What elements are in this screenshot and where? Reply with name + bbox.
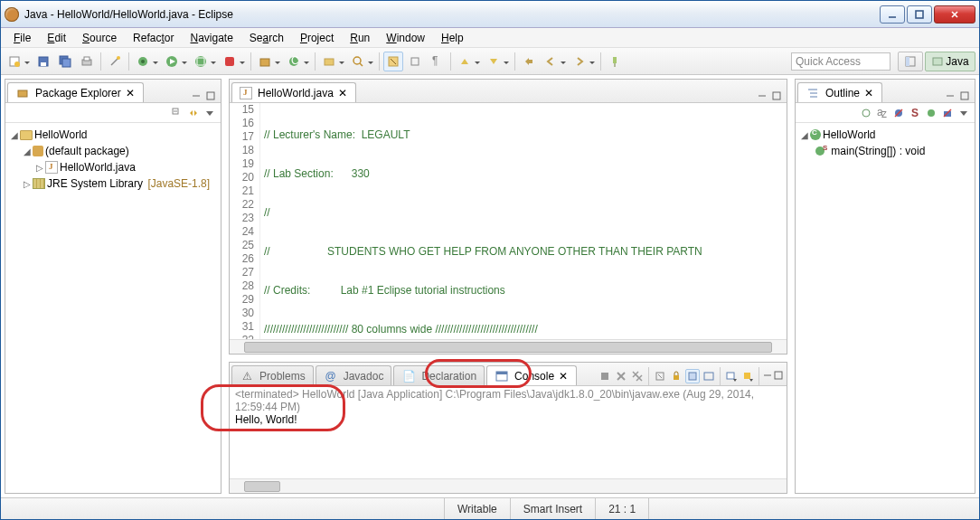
menu-navigate[interactable]: Navigate [183,30,240,46]
status-writable: Writable [444,498,510,519]
editor-tab[interactable]: HelloWorld.java ✕ [231,82,356,102]
new-class-button[interactable]: C [284,52,311,71]
svg-point-13 [117,56,120,60]
close-icon[interactable]: ✕ [337,88,348,99]
package-explorer-tab[interactable]: Package Explorer ✕ [7,82,144,102]
menu-search[interactable]: Search [242,30,291,46]
java-perspective-button[interactable]: Java [925,52,975,71]
toggle-block-button[interactable] [405,52,425,71]
clear-console-icon[interactable] [653,369,667,383]
menu-source[interactable]: Source [75,30,124,46]
menu-project[interactable]: Project [293,30,341,46]
annotation-prev-button[interactable] [455,52,482,71]
tree-default-package[interactable]: ◢(default package) [7,143,219,159]
menu-refactor[interactable]: Refactor [126,30,181,46]
new-console-dd-icon[interactable] [740,369,755,383]
svg-rect-20 [225,57,234,66]
view-menu-icon[interactable] [203,106,217,120]
menu-run[interactable]: Run [343,30,377,46]
console-tab[interactable]: Console✕ [486,365,577,385]
console-stdout-line: Hello, World! [235,413,781,426]
tree-jre-library[interactable]: ▷JRE System Library [JavaSE-1.8] [7,175,219,192]
remove-launch-icon[interactable] [614,369,628,383]
maximize-view-icon[interactable] [770,90,783,102]
close-icon[interactable]: ✕ [125,88,136,99]
last-edit-button[interactable] [519,52,539,71]
external-tools-button[interactable] [220,52,247,71]
link-editor-icon[interactable] [186,106,201,120]
minimize-view-icon[interactable] [190,90,203,102]
hide-local-icon[interactable] [940,106,955,120]
run-button[interactable] [162,52,189,71]
new-button[interactable] [5,52,32,71]
back-button[interactable] [541,52,568,71]
maximize-view-icon[interactable] [204,90,217,102]
minimize-button[interactable] [880,5,905,24]
svg-rect-1 [916,11,923,18]
annotation-next-button[interactable] [484,52,511,71]
maximize-view-icon[interactable] [774,370,783,383]
wand-button[interactable] [105,52,125,71]
forward-button[interactable] [570,52,597,71]
svg-rect-60 [727,373,734,379]
hide-nonpublic-icon[interactable] [924,106,938,120]
pin-editor-button[interactable] [605,52,625,71]
problems-tab[interactable]: ⚠Problems [231,365,314,385]
show-whitespace-button[interactable]: ¶ [427,52,447,71]
save-all-button[interactable] [55,52,75,71]
close-icon[interactable]: ✕ [863,88,874,99]
menu-file[interactable]: File [6,30,38,46]
horizontal-scrollbar[interactable] [230,339,787,354]
view-menu-icon[interactable] [956,106,971,120]
new-package-button[interactable] [255,52,282,71]
svg-line-26 [360,63,363,66]
toggle-mark-button[interactable] [383,52,403,71]
svg-rect-47 [496,372,507,374]
menu-help[interactable]: Help [434,30,471,46]
code-editor[interactable]: 15161718192021222324252627282930313233 /… [230,103,787,339]
print-button[interactable] [77,52,97,71]
minimize-view-icon[interactable] [944,90,956,102]
hide-static-icon[interactable]: S [908,106,922,120]
javadoc-tab[interactable]: @Javadoc [316,365,392,385]
save-button[interactable] [33,52,53,71]
declaration-tab[interactable]: 📄Declaration [393,365,485,385]
pin-console-icon[interactable] [685,369,700,383]
menu-edit[interactable]: Edit [40,30,73,46]
svg-point-71 [862,109,870,117]
workbench: Package Explorer ✕ ◢HelloWorld ◢(default… [1,75,979,497]
collapse-all-icon[interactable] [170,106,184,120]
close-icon[interactable]: ✕ [558,371,569,382]
outline-method[interactable]: Smain(String[]) : void [797,143,973,159]
menu-window[interactable]: Window [379,30,432,46]
open-type-button[interactable] [319,52,346,71]
quick-access-input[interactable]: Quick Access [791,52,890,71]
close-button[interactable] [934,5,975,24]
search-button[interactable] [348,52,375,71]
tree-project[interactable]: ◢HelloWorld [7,127,219,143]
horizontal-scrollbar[interactable] [230,478,787,493]
console-output[interactable]: <terminated> HelloWorld [Java Applicatio… [230,386,787,478]
display-console-icon[interactable] [702,369,716,383]
open-perspective-button[interactable] [898,52,923,71]
svg-point-77 [928,109,935,117]
focus-icon[interactable] [859,106,873,120]
sort-icon[interactable]: az [875,106,890,120]
minimize-view-icon[interactable] [756,90,768,102]
open-console-dd-icon[interactable] [724,369,739,383]
hide-fields-icon[interactable] [891,106,906,120]
svg-point-5 [14,61,20,67]
code-content[interactable]: // Lecturer's Name: LEGAULT // Lab Secti… [260,103,787,339]
outline-class[interactable]: ◢HelloWorld [797,127,973,143]
debug-button[interactable] [133,52,160,71]
svg-text:z: z [881,108,887,118]
scroll-lock-icon[interactable] [669,369,683,383]
tree-java-file[interactable]: ▷HelloWorld.java [7,159,219,175]
maximize-button[interactable] [907,5,932,24]
remove-all-icon[interactable] [630,369,645,383]
run-last-button[interactable] [191,52,218,71]
minimize-view-icon[interactable] [763,370,772,383]
terminate-icon[interactable] [598,369,612,383]
maximize-view-icon[interactable] [958,90,971,102]
outline-tab[interactable]: Outline ✕ [797,82,882,102]
